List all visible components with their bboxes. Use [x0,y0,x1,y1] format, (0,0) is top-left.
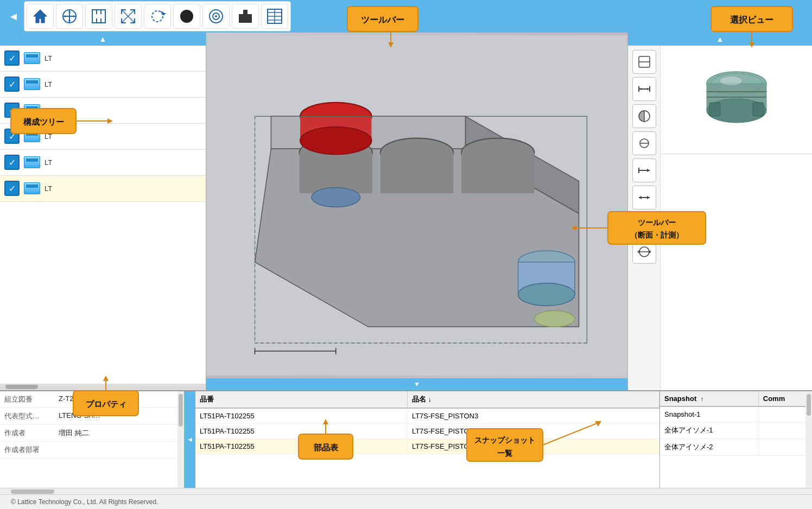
tree-checkbox[interactable]: ✓ [4,155,20,170]
cross-section-button[interactable] [632,50,656,74]
snapshot-cell-comment [758,439,811,456]
snapshot-table: Snapshot ↑ Comm Snapshot-1 全体アイソメ-1 [660,391,812,456]
snapshot-scrollbar-thumb[interactable] [807,394,811,416]
tree-header: ▲ [0,33,206,46]
tree-scrollbar-horizontal[interactable] [0,384,206,390]
parts-cell-name: LT7S-FSE_PISTON1 [407,439,659,454]
half-section-button[interactable] [632,104,656,128]
right-sidebar: ▲ [627,33,812,390]
svg-rect-31 [300,153,372,194]
prop-value: LTENG-SA… [54,408,184,425]
content-area: ▲ ✓ LT ✓ LT ✓ LT ✓ [0,33,812,390]
parts-list: 品番 品名 ↓ LT51PA-T102255 LT7S-FSE_PISTON3 … [195,391,660,488]
tree-checkbox[interactable]: ✓ [4,77,20,92]
tree-collapse-arrow: ▲ [99,35,107,43]
tree-label: LT [45,54,52,62]
tree-label: LT [45,184,52,193]
tree-scrollbar-thumb[interactable] [5,385,38,389]
svg-rect-78 [709,103,720,116]
tree-row[interactable]: ✓ LT [0,98,206,124]
parts-col-partno[interactable]: 品番 [195,391,407,408]
measure-double-arrow-button[interactable] [632,186,656,209]
snapshot-scrollbar[interactable] [805,391,812,488]
box-button[interactable] [232,4,259,29]
properties-scrollbar-thumb[interactable] [179,394,183,427]
main-container: ◄ [0,0,812,509]
rotate-button[interactable] [144,4,171,29]
svg-marker-65 [647,196,650,199]
piston-preview-svg [696,59,777,141]
selection-view [661,46,812,390]
zoom-all-button[interactable] [115,4,142,29]
tree-checkbox[interactable]: ✓ [4,103,20,118]
measure-single-arrow-button[interactable] [632,158,656,182]
parts-header-row: 品番 品名 ↓ [195,391,659,408]
center-viewport: ▼ [206,33,627,390]
properties-table: 組立図番 Z-T244AP 代表型式… LTENG-SA… 作成者 増田 純二 … [0,391,184,459]
tree-checkbox[interactable]: ✓ [4,181,20,196]
parts-row[interactable]: LT51PA-T102255 LT7S-FSE_PISTON3 [195,408,659,424]
prop-row: 組立図番 Z-T244AP [0,391,184,408]
tree-icon [24,182,40,194]
full-circle-measure-button[interactable] [632,240,656,264]
tree-icon [24,104,40,116]
prop-row: 作成者部署 [0,442,184,459]
tree-icon [24,130,40,142]
tree-label: LT [45,158,52,167]
fit-button[interactable] [85,4,112,29]
viewport-3d[interactable] [206,33,627,378]
tree-icon [24,156,40,168]
snapshot-cell-comment [758,406,811,422]
bottom-scrollbar-horizontal[interactable] [0,488,812,494]
parts-row[interactable]: LT51PA-T102255 LT7S-FSE_PISTON2 [195,424,659,439]
tree-row[interactable]: ✓ LT [0,150,206,176]
prop-key: 作成者部署 [0,442,54,459]
measure-width-button[interactable] [632,77,656,101]
navigate-button[interactable] [56,4,83,29]
hatching-button[interactable] [261,4,288,29]
target-button[interactable] [202,4,230,29]
parts-col-name[interactable]: 品名 ↓ [407,391,659,408]
tree-row[interactable]: ✓ LT [0,72,206,98]
tree-row[interactable]: ✓ LT [0,46,206,72]
parts-cell-partno: LT51PA-T102255 [195,408,407,424]
boundary-measure-button[interactable] [632,213,656,237]
bottom-area: 組立図番 Z-T244AP 代表型式… LTENG-SA… 作成者 増田 純二 … [0,390,812,488]
tree-row[interactable]: ✓ LT [0,124,206,150]
toolbar-collapse-button[interactable]: ◄ [5,5,22,27]
snapshot-col-name[interactable]: Snapshot ↑ [660,391,758,406]
svg-marker-62 [647,169,650,172]
home-button[interactable] [27,4,54,29]
snapshot-cell-comment [758,422,811,439]
tree-checkbox[interactable]: ✓ [4,129,20,144]
snapshot-col-comment[interactable]: Comm [758,391,811,406]
viewport-bottom-collapse[interactable]: ▼ [206,378,627,390]
prop-key: 代表型式… [0,408,54,425]
svg-point-40 [518,283,575,306]
left-panel-bottom-collapse[interactable]: ◄ [185,391,195,488]
tree-row-selected[interactable]: ✓ LT [0,176,206,202]
right-sidebar-arrow: ▲ [716,35,724,43]
tree-label: LT [45,132,52,141]
svg-point-83 [720,77,742,85]
left-panel-bottom-arrow: ◄ [187,436,193,443]
snapshot-cell-name: 全体アイソメ-1 [660,422,758,439]
tree-checkbox[interactable]: ✓ [4,50,20,66]
snapshot-row[interactable]: 全体アイソメ-2 [660,439,812,456]
circle-solid-button[interactable] [173,4,200,29]
bottom-scrollbar-thumb[interactable] [11,489,54,494]
prop-key: 組立図番 [0,391,54,408]
prop-row: 作成者 増田 純二 [0,425,184,442]
parts-row-selected[interactable]: LT51PA-T102255 LT7S-FSE_PISTON1 [195,439,659,454]
measure-circle-button[interactable] [632,131,656,155]
prop-key: 作成者 [0,425,54,442]
right-sidebar-content [628,46,812,390]
snapshot-row[interactable]: Snapshot-1 [660,406,812,422]
snapshot-row[interactable]: 全体アイソメ-1 [660,422,812,439]
engine-3d-view [206,33,627,378]
right-sidebar-header: ▲ [628,33,812,46]
properties-scrollbar[interactable] [177,391,184,488]
selection-view-preview [661,46,812,154]
svg-rect-33 [461,153,534,194]
parts-cell-name: LT7S-FSE_PISTON3 [407,408,659,424]
